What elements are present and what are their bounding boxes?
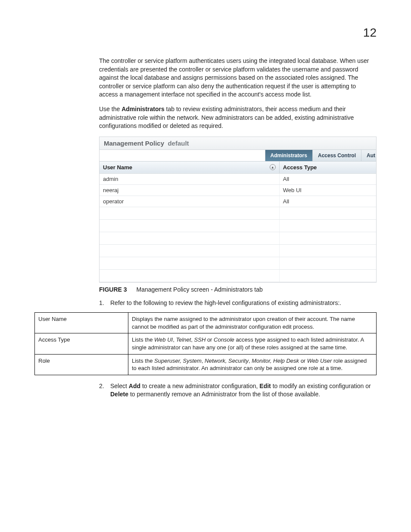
table-row-empty [100, 269, 376, 282]
tab-auth-cut[interactable]: Aut [361, 149, 376, 161]
def-term-label: Role [38, 358, 50, 364]
table-row-empty [100, 232, 376, 244]
tab-administrators[interactable]: Administrators [265, 149, 312, 161]
table-row-empty [100, 257, 376, 269]
t: SSH [194, 336, 206, 343]
table-row[interactable]: admin All [100, 173, 376, 184]
def-desc: Lists the Superuser, System, Network, Se… [128, 354, 377, 375]
t: , [191, 336, 194, 343]
t: or [299, 358, 307, 364]
def-term: Access Type [35, 333, 128, 354]
t: Telnet [176, 336, 191, 343]
def-row-access-type: Access Type Lists the Web UI, Telnet, SS… [35, 333, 377, 354]
figure-table: User Name ▲ Access Type admin All neeraj… [100, 161, 376, 282]
cell-access: All [279, 173, 376, 184]
t: Add [129, 383, 140, 389]
step-2: 2. Select Add to create a new administra… [99, 382, 372, 399]
paragraph-1: The controller or service platform authe… [99, 57, 372, 99]
def-row-role: Role Lists the Superuser, System, Networ… [35, 354, 377, 375]
t: Web User [307, 358, 332, 364]
table-row-empty [100, 244, 376, 257]
table-row[interactable]: neeraj Web UI [100, 184, 376, 196]
def-row-user-name: User Name Displays the name assigned to … [35, 313, 377, 333]
step-2-text: Select Add to create a new administrator… [110, 382, 372, 399]
step-1-text: Refer to the following to review the hig… [110, 299, 372, 308]
t: Delete [110, 391, 128, 398]
cell-user: operator [100, 196, 279, 207]
step-1: 1. Refer to the following to review the … [99, 299, 372, 308]
t: Network, Security [205, 358, 249, 364]
step-2-num: 2. [99, 382, 110, 399]
figure-caption: FIGURE 3 Management Policy screen - Admi… [99, 286, 377, 293]
table-row-empty [100, 207, 376, 219]
def-desc: Lists the Web UI, Telnet, SSH or Console… [128, 333, 377, 354]
table-row[interactable]: operator All [100, 196, 376, 207]
figure-title-light: default [168, 140, 189, 147]
t: Console [214, 336, 234, 343]
def-desc: Displays the name assigned to the admini… [128, 313, 377, 333]
p2-a: Use the [99, 106, 121, 112]
figure-screenshot: Management Policy default Administrators… [99, 137, 377, 283]
figure-tabbar: Administrators Access Control Aut [100, 150, 376, 161]
paragraph-2: Use the Administrators tab to review exi… [99, 105, 372, 131]
t: to create a new administrator configurat… [140, 383, 259, 389]
t: Lists the [132, 336, 154, 343]
figure-caption-text: Management Policy screen - Administrator… [136, 286, 262, 293]
def-term: User Name [35, 313, 128, 333]
def-term-label: Access Type [38, 336, 70, 343]
cell-user: admin [100, 173, 279, 184]
sort-asc-icon[interactable]: ▲ [270, 164, 276, 170]
figure-label: FIGURE 3 [99, 286, 127, 293]
p2-bold: Administrators [121, 106, 165, 112]
def-term-label: User Name [38, 316, 67, 322]
step-1-num: 1. [99, 299, 110, 308]
t: Lists the [132, 358, 154, 364]
def-term: Role [35, 354, 128, 375]
t: or [206, 336, 214, 343]
col-access-type[interactable]: Access Type [279, 161, 376, 173]
t: Edit [259, 383, 271, 389]
t: Monitor, Help Desk [252, 358, 299, 364]
t: Superuser, System [154, 358, 202, 364]
page-number: 12 [34, 26, 377, 40]
table-row-empty [100, 219, 376, 232]
t: to permanently remove an Administrator f… [128, 391, 320, 398]
col-user-name[interactable]: User Name ▲ [100, 161, 279, 173]
t: Web UI [154, 336, 173, 343]
figure-title-strong: Management Policy [104, 140, 164, 147]
t: , [202, 358, 205, 364]
col-user-name-label: User Name [103, 164, 132, 171]
cell-access: Web UI [279, 184, 376, 196]
t: Select [110, 383, 129, 389]
figure-header: Management Policy default [100, 137, 376, 150]
cell-user: neeraj [100, 184, 279, 196]
t: to modify an existing configuration or [271, 383, 371, 389]
tab-access-control[interactable]: Access Control [312, 149, 361, 161]
cell-access: All [279, 196, 376, 207]
definition-table: User Name Displays the name assigned to … [34, 312, 377, 375]
